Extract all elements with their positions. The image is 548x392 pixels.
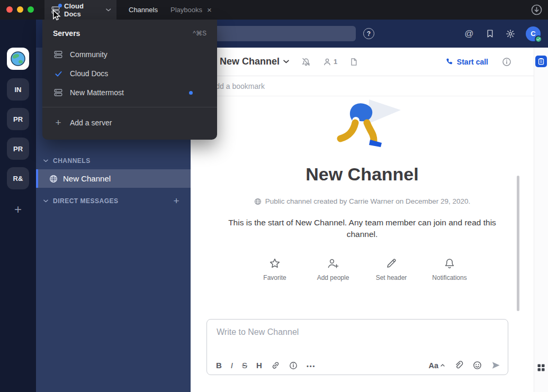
- channel-item-new-channel[interactable]: New Channel: [36, 169, 191, 188]
- channel-title[interactable]: New Channel: [220, 56, 280, 67]
- bold-button[interactable]: B: [216, 361, 222, 369]
- server-rail: IN PR PR R& +: [0, 20, 36, 392]
- chevron-down-icon[interactable]: [283, 60, 289, 63]
- link-icon[interactable]: [271, 361, 280, 370]
- add-direct-message-button[interactable]: +: [173, 195, 179, 207]
- window-titlebar: Cloud Docs Channels Playbooks ×: [0, 0, 548, 20]
- caret-up-icon: [441, 364, 445, 367]
- online-status-badge: [535, 35, 542, 43]
- channel-header: New Channel 1 Start call: [191, 48, 534, 76]
- add-people-button[interactable]: Add people: [312, 258, 354, 281]
- channels-section-header[interactable]: CHANNELS: [36, 154, 191, 167]
- server-item-cloud-docs[interactable]: Cloud Docs: [42, 64, 217, 83]
- globe-icon: [254, 198, 262, 205]
- team-tile[interactable]: PR: [7, 138, 29, 160]
- heading-button[interactable]: H: [256, 361, 262, 369]
- direct-messages-section-header[interactable]: DIRECT MESSAGES +: [36, 195, 191, 207]
- close-tab-icon[interactable]: ×: [207, 6, 212, 14]
- bell-icon: [444, 258, 455, 269]
- chevron-down-icon: [43, 159, 48, 162]
- globe-icon: [49, 175, 58, 183]
- member-count: 1: [334, 58, 337, 66]
- team-tile[interactable]: PR: [7, 108, 29, 130]
- chevron-down-icon: [43, 199, 48, 203]
- close-window-button[interactable]: [6, 6, 13, 13]
- channel-files-icon[interactable]: [349, 58, 358, 66]
- more-formatting-icon[interactable]: •••: [307, 362, 316, 369]
- download-update-icon[interactable]: [531, 4, 542, 15]
- server-item-new-mattermost[interactable]: New Mattermost: [42, 83, 217, 102]
- menu-divider: [42, 107, 217, 107]
- channel-info-icon[interactable]: [502, 57, 511, 67]
- scrollbar[interactable]: [517, 176, 519, 311]
- help-icon[interactable]: ?: [363, 28, 374, 39]
- italic-button[interactable]: I: [231, 361, 233, 369]
- main-area: New Channel 1 Start call Add a bookmark: [191, 48, 534, 392]
- server-stack-icon: [53, 50, 64, 59]
- text-style-button[interactable]: Aa: [428, 361, 445, 370]
- zoom-window-button[interactable]: [28, 6, 34, 13]
- person-plus-icon: [327, 258, 339, 269]
- unread-dot: [189, 91, 193, 95]
- team-tile-active[interactable]: [7, 48, 29, 70]
- channel-intro-actions: Favorite Add people Set header Notificat…: [191, 258, 534, 281]
- unread-dot: [58, 4, 62, 7]
- phone-icon: [445, 58, 453, 66]
- team-tile[interactable]: R&: [7, 167, 29, 189]
- server-tab-label: Cloud Docs: [64, 2, 101, 18]
- server-stack-icon: [53, 88, 64, 97]
- user-avatar[interactable]: C: [526, 26, 541, 41]
- team-tile[interactable]: IN: [7, 78, 29, 101]
- search-input[interactable]: [193, 26, 356, 41]
- attach-file-icon[interactable]: [454, 361, 463, 370]
- globe-illustration-icon: [10, 51, 26, 67]
- notifications-button[interactable]: Notifications: [428, 258, 471, 281]
- chevron-down-icon: [106, 8, 111, 12]
- member-icon: [323, 58, 331, 66]
- info-circle-icon[interactable]: [289, 361, 298, 370]
- channel-intro-title: New Channel: [191, 164, 534, 185]
- servers-menu-title: Servers: [53, 29, 80, 38]
- tab-channels[interactable]: Channels: [129, 0, 158, 20]
- channel-intro: New Channel Public channel created by Ca…: [191, 96, 534, 281]
- playbooks-app-icon[interactable]: [535, 56, 547, 67]
- bookmarks-bar[interactable]: Add a bookmark: [191, 76, 534, 96]
- message-input[interactable]: Write to New Channel: [207, 320, 508, 345]
- channel-intro-description: This is the start of New Channel. Any te…: [218, 217, 507, 241]
- channel-intro-illustration: [322, 99, 402, 153]
- window-controls: [6, 6, 34, 13]
- channel-intro-byline: Public channel created by Carrie Warner …: [191, 197, 534, 205]
- start-call-button[interactable]: Start call: [445, 58, 488, 66]
- emoji-icon[interactable]: [473, 361, 482, 370]
- plus-icon: +: [53, 118, 64, 127]
- notifications-muted-icon[interactable]: [301, 57, 311, 67]
- tab-playbooks[interactable]: Playbooks ×: [170, 0, 212, 20]
- server-item-community[interactable]: Community: [42, 45, 217, 64]
- mouse-cursor: [52, 10, 61, 21]
- strikethrough-button[interactable]: S: [242, 361, 247, 369]
- message-composer[interactable]: Write to New Channel B I S H ••• Aa: [206, 319, 508, 375]
- set-header-button[interactable]: Set header: [370, 258, 412, 281]
- mentions-icon[interactable]: @: [464, 29, 474, 39]
- servers-menu-shortcut: ^⌘S: [193, 30, 206, 37]
- add-server-button[interactable]: + Add a server: [42, 112, 217, 133]
- settings-gear-icon[interactable]: [505, 29, 516, 39]
- check-icon: [53, 69, 64, 78]
- saved-posts-icon[interactable]: [484, 29, 495, 38]
- pencil-icon: [385, 258, 397, 269]
- add-bookmark-label[interactable]: Add a bookmark: [211, 82, 265, 90]
- app-bar: [534, 48, 548, 392]
- add-team-button[interactable]: +: [7, 198, 29, 221]
- servers-menu: Servers ^⌘S Community Cloud Docs New Mat…: [42, 20, 217, 140]
- favorite-button[interactable]: Favorite: [254, 258, 296, 281]
- channel-members-button[interactable]: 1: [323, 58, 337, 66]
- star-icon: [269, 258, 281, 269]
- apps-grid-icon[interactable]: [537, 363, 545, 372]
- send-message-icon[interactable]: [491, 361, 500, 370]
- formatting-toolbar: B I S H ••• Aa: [216, 361, 500, 370]
- minimize-window-button[interactable]: [17, 6, 23, 13]
